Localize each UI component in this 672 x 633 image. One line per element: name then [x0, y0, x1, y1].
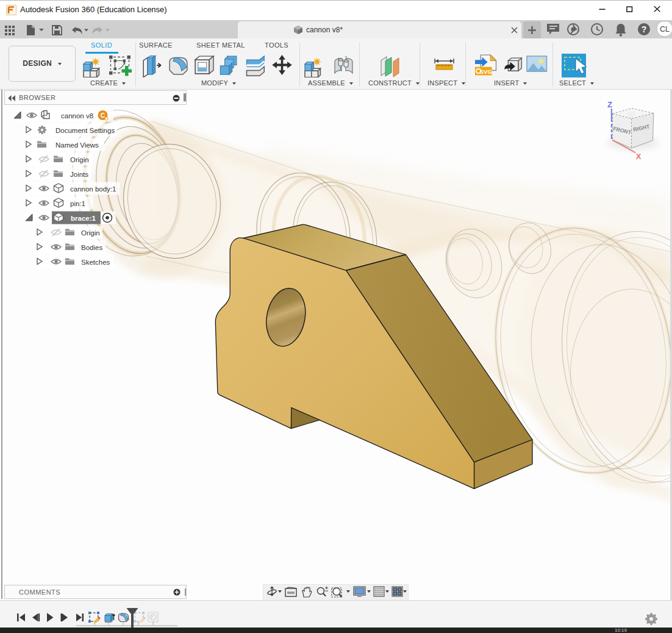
- svg-text:Joints: Joints: [70, 171, 88, 178]
- svg-text:X: X: [636, 152, 642, 161]
- svg-text:Sketches: Sketches: [81, 259, 110, 266]
- svg-text:Bodies: Bodies: [81, 244, 102, 251]
- svg-text:C: C: [101, 112, 105, 119]
- svg-text:?: ?: [642, 24, 647, 34]
- svg-text:Origin: Origin: [70, 156, 89, 163]
- svg-text:brace:1: brace:1: [71, 215, 96, 222]
- svg-text:SVG: SVG: [480, 68, 493, 75]
- svg-text:CL: CL: [660, 25, 670, 34]
- svg-text:Document Settings: Document Settings: [55, 127, 115, 134]
- svg-text:Origin: Origin: [81, 229, 100, 237]
- svg-text:cannon v8: cannon v8: [61, 112, 93, 120]
- svg-text:cannon body:1: cannon body:1: [70, 185, 116, 193]
- svg-text:Named Views: Named Views: [55, 141, 99, 149]
- svg-text:Z: Z: [607, 100, 612, 109]
- svg-text:pin:1: pin:1: [70, 200, 85, 207]
